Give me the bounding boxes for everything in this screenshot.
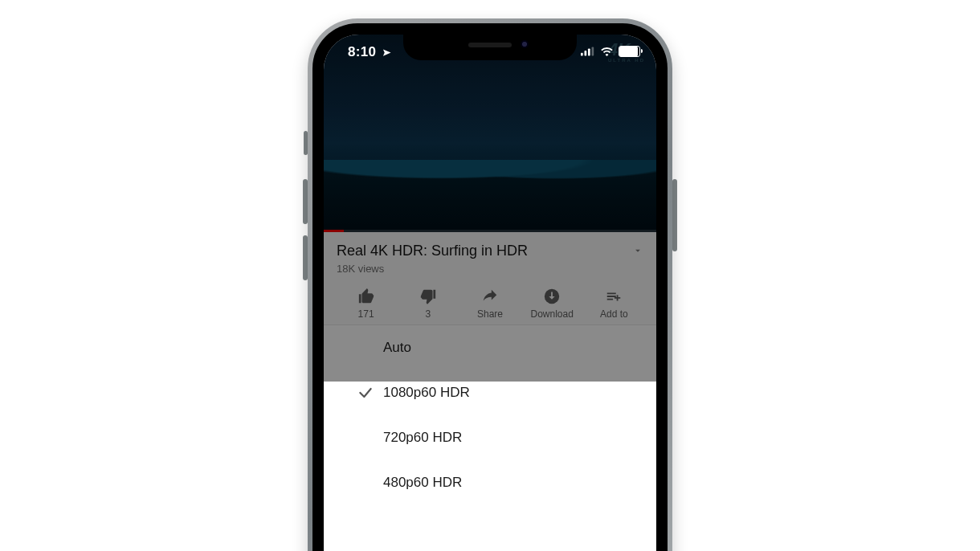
download-label: Download <box>531 308 574 320</box>
cellular-icon <box>581 47 595 56</box>
view-count: 18K views <box>337 263 643 275</box>
wifi-icon <box>600 47 614 56</box>
quality-sheet: Auto 1080p60 HDR 720p60 HDR 480 <box>324 325 656 505</box>
status-time: 8:10 <box>348 44 376 59</box>
dislike-count: 3 <box>425 308 431 320</box>
notch <box>403 35 577 60</box>
share-label: Share <box>477 308 503 320</box>
like-count: 171 <box>358 308 374 320</box>
dislike-button[interactable]: 3 <box>398 288 457 320</box>
video-title: Real 4K HDR: Surfing in HDR <box>337 242 528 259</box>
like-button[interactable]: 171 <box>337 288 395 320</box>
check-icon <box>357 385 374 401</box>
quality-option-auto[interactable]: Auto <box>324 325 656 370</box>
video-info: Real 4K HDR: Surfing in HDR 18K views 17… <box>324 232 656 325</box>
share-button[interactable]: Share <box>460 288 519 320</box>
svg-rect-0 <box>581 53 583 56</box>
addto-label: Add to <box>600 308 628 320</box>
thumbs-down-icon <box>419 288 437 305</box>
share-icon <box>481 288 499 305</box>
screen: 8:10 <box>324 35 656 551</box>
phone-frame: 8:10 <box>308 18 672 551</box>
addto-button[interactable]: Add to <box>585 288 643 320</box>
chevron-down-icon <box>632 245 643 256</box>
progress-bar[interactable] <box>324 230 656 232</box>
download-icon <box>543 288 561 305</box>
quality-option-1080p60-hdr[interactable]: 1080p60 HDR <box>324 370 656 415</box>
svg-rect-2 <box>588 48 590 55</box>
svg-rect-1 <box>585 51 587 55</box>
expand-button[interactable] <box>632 245 643 256</box>
battery-icon <box>619 46 640 57</box>
thumbs-up-icon <box>357 288 375 305</box>
download-button[interactable]: Download <box>523 288 582 320</box>
location-icon <box>382 48 391 57</box>
quality-option-480p60-hdr[interactable]: 480p60 HDR <box>324 460 656 505</box>
playlist-add-icon <box>604 288 623 305</box>
quality-option-720p60-hdr[interactable]: 720p60 HDR <box>324 415 656 460</box>
svg-rect-3 <box>592 47 594 56</box>
power-button <box>672 179 677 251</box>
